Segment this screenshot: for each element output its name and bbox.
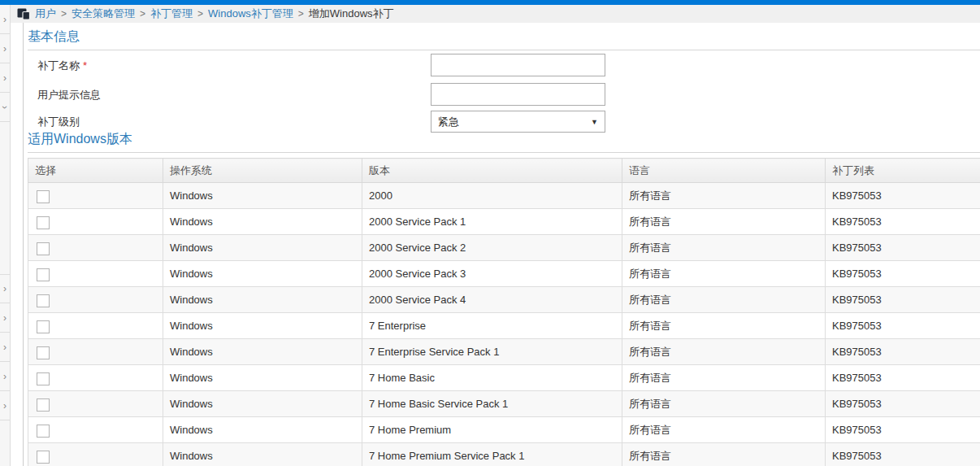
sidebar-collapsed-item[interactable]: › <box>0 391 10 420</box>
cell-select <box>28 391 163 417</box>
header-patch-list: 补丁列表 <box>826 159 980 183</box>
user-prompt-input[interactable] <box>431 83 605 106</box>
chevron-right-icon: › <box>3 401 7 411</box>
table-row: Windows2000 Service Pack 3所有语言KB975053 <box>28 261 980 287</box>
table-row: Windows7 Enterprise所有语言KB975053 <box>28 313 980 339</box>
cell-select <box>28 365 163 391</box>
table-row: Windows2000所有语言KB975053 <box>28 183 980 209</box>
table-row: Windows7 Home Basic所有语言KB975053 <box>28 365 980 391</box>
row-select-checkbox[interactable] <box>37 190 50 203</box>
cell-language: 所有语言 <box>622 235 826 261</box>
cell-patch-list: KB975053 <box>826 417 980 443</box>
row-select-checkbox[interactable] <box>37 451 50 464</box>
cell-select <box>28 417 163 443</box>
section-divider <box>28 50 980 50</box>
sidebar-spacer <box>0 122 10 274</box>
patch-name-input[interactable] <box>431 54 605 76</box>
cell-os: Windows <box>163 209 362 235</box>
patch-name-label-text: 补丁名称 <box>37 59 80 72</box>
header-os: 操作系统 <box>163 159 362 183</box>
cell-patch-list: KB975053 <box>826 287 980 313</box>
breadcrumb-separator: > <box>140 8 145 20</box>
breadcrumb-items: 用户>安全策略管理>补丁管理>Windows补丁管理>增加Windows补丁 <box>35 7 394 21</box>
sidebar-collapsed-item[interactable]: › <box>0 5 10 34</box>
cell-language: 所有语言 <box>622 339 826 365</box>
breadcrumb-current-page: 增加Windows补丁 <box>309 7 394 21</box>
chevron-right-icon: › <box>3 372 7 381</box>
row-select-checkbox[interactable] <box>37 425 50 438</box>
cell-version: 2000 Service Pack 3 <box>362 261 622 287</box>
row-select-checkbox[interactable] <box>37 216 50 229</box>
cell-version: 7 Home Basic <box>362 365 622 391</box>
cell-patch-list: KB975053 <box>826 209 980 235</box>
cell-language: 所有语言 <box>622 183 826 209</box>
cell-language: 所有语言 <box>622 287 826 313</box>
header-select: 选择 <box>28 159 163 183</box>
breadcrumb-link[interactable]: Windows补丁管理 <box>208 7 293 21</box>
cell-language: 所有语言 <box>622 365 826 391</box>
sidebar-collapsed-item[interactable]: › <box>0 362 10 391</box>
sidebar-group-top: ›››› <box>0 5 10 122</box>
cell-version: 7 Home Premium Service Pack 1 <box>362 443 622 466</box>
cell-select <box>28 209 163 235</box>
cell-version: 2000 Service Pack 2 <box>362 235 622 261</box>
breadcrumb-link[interactable]: 补丁管理 <box>150 7 193 21</box>
table-row: Windows7 Home Basic Service Pack 1所有语言KB… <box>28 391 980 417</box>
breadcrumb-separator: > <box>298 8 304 20</box>
sidebar-collapsed-item[interactable]: › <box>0 303 10 333</box>
main-content: 基本信息 补丁名称* 用户提示信息 补丁级别 紧急 ▼ 适用Windows版本 … <box>24 23 980 466</box>
chevron-down-icon: › <box>0 106 10 109</box>
row-select-checkbox[interactable] <box>37 346 50 359</box>
windows-version-table: 选择 操作系统 版本 语言 补丁列表 Windows2000所有语言KB9750… <box>28 158 980 466</box>
cell-version: 7 Enterprise <box>362 313 622 339</box>
cell-patch-list: KB975053 <box>826 183 980 209</box>
table-header-row: 选择 操作系统 版本 语言 补丁列表 <box>28 159 980 183</box>
breadcrumb-link[interactable]: 安全策略管理 <box>72 7 135 21</box>
breadcrumb-separator: > <box>61 8 67 20</box>
table-row: Windows2000 Service Pack 2所有语言KB975053 <box>28 235 980 261</box>
cell-version: 2000 Service Pack 1 <box>362 209 622 235</box>
sidebar-collapsed-item[interactable]: › <box>0 333 10 362</box>
table-body: Windows2000所有语言KB975053Windows2000 Servi… <box>28 183 980 466</box>
chevron-right-icon: › <box>3 313 7 323</box>
row-select-checkbox[interactable] <box>37 242 50 255</box>
header-version: 版本 <box>362 159 622 183</box>
table-row: Windows7 Home Premium所有语言KB975053 <box>28 417 980 443</box>
sidebar-collapsed-item[interactable]: › <box>0 274 10 303</box>
table-row: Windows2000 Service Pack 4所有语言KB975053 <box>28 287 980 313</box>
sidebar-collapsed-item[interactable]: › <box>0 93 10 122</box>
cell-language: 所有语言 <box>622 209 826 235</box>
cell-version: 2000 Service Pack 4 <box>362 287 622 313</box>
table-row: Windows7 Home Premium Service Pack 1所有语言… <box>28 443 980 466</box>
cell-version: 7 Home Premium <box>362 417 622 443</box>
row-select-checkbox[interactable] <box>37 320 50 333</box>
cell-patch-list: KB975053 <box>826 443 980 466</box>
user-prompt-label: 用户提示信息 <box>37 88 101 102</box>
pages-icon <box>17 8 31 20</box>
cell-patch-list: KB975053 <box>826 313 980 339</box>
row-select-checkbox[interactable] <box>37 372 50 385</box>
breadcrumb-link[interactable]: 用户 <box>35 7 56 21</box>
sidebar-collapsed-item[interactable]: › <box>0 34 10 63</box>
row-select-checkbox[interactable] <box>37 268 50 281</box>
cell-os: Windows <box>163 287 362 313</box>
row-select-checkbox[interactable] <box>37 398 50 412</box>
chevron-right-icon: › <box>3 15 7 24</box>
cell-os: Windows <box>163 365 362 391</box>
sidebar-collapsed-item[interactable]: › <box>0 63 10 93</box>
collapsed-sidebar: ›››› ››››› <box>0 5 11 466</box>
cell-language: 所有语言 <box>622 313 826 339</box>
chevron-right-icon: › <box>3 44 7 54</box>
chevron-right-icon: › <box>3 73 7 83</box>
breadcrumb: 用户>安全策略管理>补丁管理>Windows补丁管理>增加Windows补丁 <box>0 5 980 23</box>
cell-patch-list: KB975053 <box>826 339 980 365</box>
cell-select <box>28 235 163 261</box>
row-select-checkbox[interactable] <box>37 294 50 307</box>
cell-os: Windows <box>163 235 362 261</box>
cell-version: 7 Home Basic Service Pack 1 <box>362 391 622 417</box>
cell-language: 所有语言 <box>622 417 826 443</box>
table-row: Windows7 Enterprise Service Pack 1所有语言KB… <box>28 339 980 365</box>
patch-level-select[interactable]: 紧急 ▼ <box>431 111 605 133</box>
section-title-windows-versions: 适用Windows版本 <box>28 131 132 148</box>
cell-patch-list: KB975053 <box>826 391 980 417</box>
